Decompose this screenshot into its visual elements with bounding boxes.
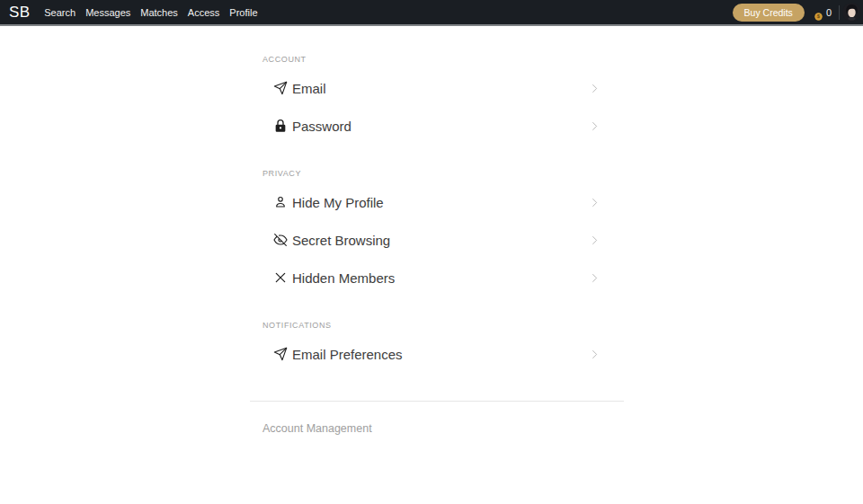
- settings-row-secret-browsing[interactable]: Secret Browsing: [250, 221, 624, 259]
- chevron-right-icon: [589, 349, 601, 360]
- topbar-divider: [839, 5, 840, 20]
- settings-row-hidden-members[interactable]: Hidden Members: [250, 259, 624, 296]
- section-title: ACCOUNT: [250, 55, 624, 65]
- nav-item-access[interactable]: Access: [188, 7, 219, 18]
- buy-credits-button[interactable]: Buy Credits: [733, 4, 805, 22]
- x-icon: [272, 270, 288, 286]
- send-icon: [272, 81, 288, 96]
- nav-item-search[interactable]: Search: [44, 7, 76, 18]
- settings-row-email-preferences[interactable]: Email Preferences: [250, 335, 624, 373]
- nav-item-matches[interactable]: Matches: [140, 7, 178, 18]
- chevron-right-icon: [589, 120, 601, 132]
- settings-row-email[interactable]: Email: [250, 69, 624, 107]
- person-icon: [272, 195, 288, 210]
- row-label: Email Preferences: [292, 347, 589, 362]
- chevron-right-icon: [589, 272, 601, 284]
- settings-row-hide-my-profile[interactable]: Hide My Profile: [250, 183, 624, 221]
- section-title: PRIVACY: [250, 169, 624, 179]
- coin-icon: $: [814, 8, 823, 16]
- credits-count: 0: [826, 7, 832, 18]
- nav-item-messages[interactable]: Messages: [85, 7, 130, 18]
- settings-sections: ACCOUNTEmailPasswordPRIVACYHide My Profi…: [250, 55, 624, 373]
- section-account: ACCOUNTEmailPassword: [250, 55, 624, 145]
- eye-off-icon: [272, 233, 288, 248]
- chevron-right-icon: [589, 83, 601, 94]
- main-nav: SearchMessagesMatchesAccessProfile: [44, 7, 267, 18]
- chevron-right-icon: [589, 197, 601, 208]
- account-management-link[interactable]: Account Management: [262, 422, 372, 435]
- send-icon: [272, 347, 288, 362]
- row-label: Secret Browsing: [292, 233, 589, 248]
- credits-balance[interactable]: $ 0: [814, 7, 832, 18]
- nav-item-profile[interactable]: Profile: [229, 7, 257, 18]
- user-avatar[interactable]: [842, 3, 861, 22]
- section-title: NOTIFICATIONS: [250, 321, 624, 331]
- lock-icon: [272, 119, 288, 134]
- section-privacy: PRIVACYHide My ProfileSecret BrowsingHid…: [250, 169, 624, 296]
- app-logo[interactable]: SB: [9, 4, 30, 22]
- section-divider: [250, 401, 624, 402]
- svg-text:$: $: [817, 13, 820, 19]
- row-label: Password: [292, 119, 589, 134]
- settings-page: ACCOUNTEmailPasswordPRIVACYHide My Profi…: [250, 26, 624, 436]
- row-label: Email: [292, 81, 589, 96]
- row-label: Hidden Members: [292, 270, 589, 286]
- row-label: Hide My Profile: [292, 195, 589, 210]
- top-navbar: SB SearchMessagesMatchesAccessProfile Bu…: [0, 0, 863, 26]
- chevron-right-icon: [589, 234, 601, 246]
- topbar-right: Buy Credits $ 0: [733, 3, 861, 22]
- settings-row-password[interactable]: Password: [250, 107, 624, 145]
- section-notifications: NOTIFICATIONSEmail Preferences: [250, 321, 624, 373]
